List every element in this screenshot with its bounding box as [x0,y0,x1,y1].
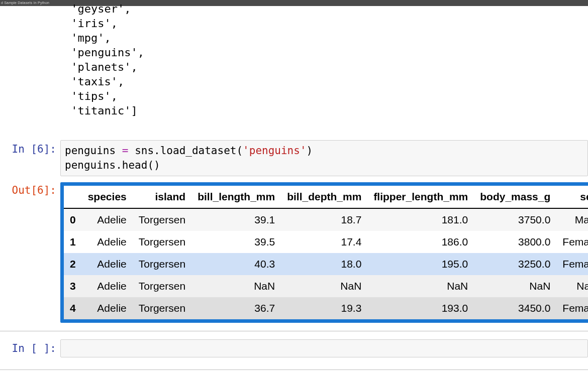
code-editor-empty[interactable] [60,339,588,357]
col-bill-length: bill_length_mm [191,186,281,208]
row-index: 0 [64,208,82,231]
code-cell-6[interactable]: In [6]: penguins = sns.load_dataset('pen… [0,140,588,176]
output-cell-6: Out[6]: species island bill_length_mm bi… [0,181,588,323]
cell-separator [0,331,588,331]
col-species: species [82,186,133,208]
index-header [64,186,82,208]
col-bill-depth: bill_depth_mm [281,186,367,208]
table-row: 4 Adelie Torgersen 36.7 19.3 193.0 3450.… [64,297,588,319]
table-row: 3 Adelie Torgersen NaN NaN NaN NaN NaN [64,275,588,297]
code-editor[interactable]: penguins = sns.load_dataset('penguins')p… [60,140,588,176]
table-row: 2 Adelie Torgersen 40.3 18.0 195.0 3250.… [64,253,588,275]
row-index: 3 [64,275,82,297]
input-prompt-empty: In [ ]: [11,339,60,354]
dataframe-highlight-frame: species island bill_length_mm bill_depth… [60,182,588,323]
row-index: 2 [64,253,82,275]
previous-output: 'geyser', 'iris', 'mpg', 'penguins', 'pl… [64,2,588,118]
col-flipper-length: flipper_length_mm [367,186,474,208]
footer-rule [0,369,588,370]
table-header-row: species island bill_length_mm bill_depth… [64,186,588,208]
row-index: 1 [64,231,82,253]
dataframe-table: species island bill_length_mm bill_depth… [64,186,588,319]
row-index: 4 [64,297,82,319]
table-row: 0 Adelie Torgersen 39.1 18.7 181.0 3750.… [64,208,588,231]
input-prompt: In [6]: [11,140,60,155]
table-row: 1 Adelie Torgersen 39.5 17.4 186.0 3800.… [64,231,588,253]
col-body-mass: body_mass_g [474,186,556,208]
notebook-area: 'geyser', 'iris', 'mpg', 'penguins', 'pl… [0,0,588,367]
empty-code-cell[interactable]: In [ ]: [0,339,588,367]
col-sex: sex [556,186,588,208]
output-prompt: Out[6]: [11,181,60,196]
col-island: island [133,186,191,208]
